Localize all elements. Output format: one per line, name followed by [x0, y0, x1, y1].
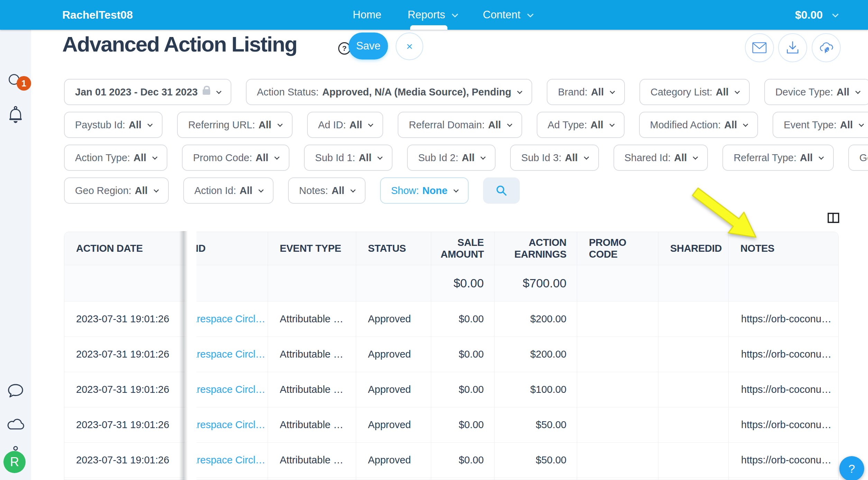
- active-nav-indicator: [410, 25, 447, 30]
- cell-sale-amount: $0.00: [431, 336, 494, 372]
- filter-shared-id[interactable]: Shared Id: All: [613, 145, 708, 171]
- cell-brand-link[interactable]: arespace Circl…: [189, 478, 268, 480]
- filter-action-type[interactable]: Action Type: All: [64, 145, 167, 171]
- filter-referring-url[interactable]: Referring URL: All: [177, 112, 292, 138]
- cell-status: Approved: [356, 372, 431, 407]
- cell-sale-amount: $0.00: [431, 407, 494, 442]
- filter-paystub-id[interactable]: Paystub Id: All: [64, 112, 163, 138]
- filter-date-range[interactable]: Jan 01 2023 - Dec 31 2023: [64, 79, 231, 105]
- column-scroll-curl-overlay: [179, 231, 196, 480]
- nav-home-label: Home: [353, 9, 381, 21]
- filter-event-type[interactable]: Event Type: All: [773, 112, 868, 138]
- nav-content-label: Content: [483, 9, 520, 21]
- filter-brand[interactable]: Brand: All: [547, 79, 625, 105]
- avatar[interactable]: R: [3, 451, 26, 473]
- cloud-icon[interactable]: [6, 414, 25, 433]
- left-sidebar: 1 R: [0, 30, 31, 480]
- summary-action-earnings: $700.00: [494, 265, 577, 301]
- apply-search-button[interactable]: [483, 177, 520, 204]
- filter-referral-type[interactable]: Referral Type: All: [722, 145, 834, 171]
- filter-geo-region[interactable]: Geo Region: All: [64, 177, 169, 204]
- col-header-sale-amount[interactable]: SALE AMOUNT: [431, 232, 494, 265]
- chevron-down-icon: [258, 187, 264, 192]
- chevron-down-icon: [481, 154, 486, 159]
- download-report-button[interactable]: [778, 33, 807, 62]
- column-settings-button[interactable]: [827, 212, 840, 225]
- date-range-value: Jan 01 2023 - Dec 31 2023: [75, 86, 198, 98]
- chevron-down-icon: [693, 154, 698, 159]
- cell-status: Approved: [356, 478, 431, 480]
- col-header-action-earnings[interactable]: ACTION EARNINGS: [494, 232, 577, 265]
- col-header-sharedid[interactable]: SHAREDID: [658, 232, 728, 265]
- col-header-promo-code[interactable]: PROMO CODE: [577, 232, 658, 265]
- nav-content[interactable]: Content: [483, 9, 532, 21]
- col-header-brand[interactable]: ND: [189, 232, 268, 265]
- cell-brand-link[interactable]: arespace Circl…: [189, 407, 268, 442]
- cell-action-date: 2023-07-31 19:01:26: [64, 478, 189, 480]
- col-header-notes[interactable]: NOTES: [728, 232, 838, 265]
- cell-action-date: 2023-07-31 19:01:26: [64, 372, 189, 407]
- cell-brand-link[interactable]: arespace Circl…: [189, 301, 268, 336]
- filter-sub-id-3[interactable]: Sub Id 3: All: [510, 145, 599, 171]
- filter-notes[interactable]: Notes: All: [288, 177, 366, 204]
- filter-geo-country[interactable]: Geo Country: All: [848, 145, 868, 171]
- chevron-down-icon: [610, 89, 615, 94]
- cell-status: Approved: [356, 336, 431, 372]
- notifications-bell-icon[interactable]: [6, 105, 25, 125]
- filter-row-3: Action Type: All Promo Code: All Sub Id …: [64, 145, 868, 171]
- filter-device-type[interactable]: Device Type: All: [764, 79, 868, 105]
- cloud-sync-button[interactable]: [812, 33, 841, 62]
- columns-icon: [827, 212, 840, 223]
- cell-action-earnings: $50.00: [494, 478, 577, 480]
- cell-brand-link[interactable]: arespace Circl…: [189, 442, 268, 478]
- cell-promo-code: [577, 336, 658, 372]
- nav-home[interactable]: Home: [353, 9, 381, 21]
- cell-brand-link[interactable]: arespace Circl…: [189, 372, 268, 407]
- cell-action-date: 2023-07-31 19:01:26: [64, 336, 189, 372]
- filter-action-status[interactable]: Action Status: Approved, N/A (Media Sour…: [246, 79, 533, 105]
- save-button[interactable]: Save: [349, 33, 388, 59]
- notification-badge: 1: [17, 76, 31, 91]
- chevron-down-icon: [507, 121, 512, 127]
- search-icon: [496, 185, 507, 196]
- filter-promo-code[interactable]: Promo Code: All: [182, 145, 289, 171]
- chevron-down-icon: [819, 154, 824, 159]
- cell-promo-code: [577, 478, 658, 480]
- chat-icon[interactable]: [6, 381, 25, 401]
- balance-amount: $0.00: [795, 9, 823, 21]
- top-bar: RachelTest08 Home Reports Content $0.00: [0, 0, 868, 30]
- chevron-down-icon: [152, 154, 157, 159]
- account-name[interactable]: RachelTest08: [62, 9, 133, 21]
- cell-sharedid: [658, 442, 728, 478]
- filter-action-id[interactable]: Action Id: All: [183, 177, 274, 204]
- nav-reports-label: Reports: [408, 9, 445, 21]
- col-header-event-type[interactable]: EVENT TYPE: [268, 232, 356, 265]
- close-button[interactable]: ×: [396, 33, 423, 60]
- help-button[interactable]: ?: [839, 456, 864, 480]
- chevron-down-icon: [216, 89, 221, 94]
- chevron-down-icon: [517, 89, 523, 94]
- cell-sharedid: [658, 336, 728, 372]
- cell-action-earnings: $200.00: [494, 301, 577, 336]
- col-header-status[interactable]: STATUS: [356, 232, 431, 265]
- nav-reports[interactable]: Reports: [408, 9, 457, 21]
- cell-event-type: Attributable …: [268, 478, 356, 480]
- cell-status: Approved: [356, 301, 431, 336]
- filter-sub-id-2[interactable]: Sub Id 2: All: [407, 145, 496, 171]
- filter-category-list[interactable]: Category List: All: [639, 79, 750, 105]
- filter-ad-id[interactable]: Ad ID: All: [307, 112, 384, 138]
- email-report-button[interactable]: [745, 33, 774, 62]
- cell-status: Approved: [356, 407, 431, 442]
- col-header-action-date[interactable]: ACTION DATE: [64, 232, 189, 265]
- chevron-down-icon: [274, 154, 279, 159]
- balance-menu[interactable]: $0.00: [795, 0, 837, 30]
- cell-promo-code: [577, 407, 658, 442]
- filter-modified-action[interactable]: Modified Action: All: [639, 112, 758, 138]
- filter-referral-domain[interactable]: Referral Domain: All: [398, 112, 522, 138]
- cloud-sync-icon: [818, 40, 834, 55]
- chevron-down-icon: [735, 89, 740, 94]
- filter-show[interactable]: Show: None: [380, 177, 469, 204]
- filter-ad-type[interactable]: Ad Type: All: [537, 112, 625, 138]
- cell-brand-link[interactable]: arespace Circl…: [189, 336, 268, 372]
- filter-sub-id-1[interactable]: Sub Id 1: All: [304, 145, 393, 171]
